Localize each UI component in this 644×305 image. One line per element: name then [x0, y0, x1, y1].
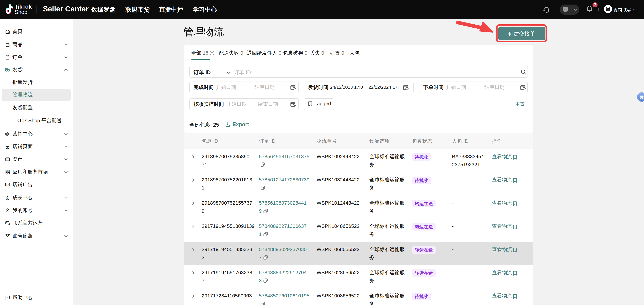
svg-text:?: ? [211, 51, 213, 55]
svg-text:?: ? [7, 296, 8, 299]
svg-text:AD: AD [6, 184, 9, 186]
